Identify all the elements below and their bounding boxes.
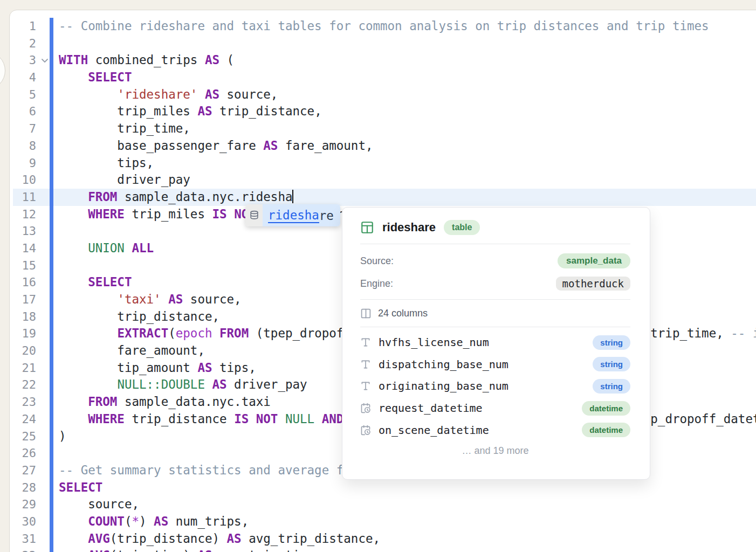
fold-gutter	[40, 411, 50, 428]
fold-gutter	[40, 155, 50, 172]
table-type-badge: table	[444, 220, 480, 235]
fold-chevron-down-icon[interactable]	[40, 52, 50, 69]
code-text: trip_distance,	[53, 308, 219, 326]
gutter-indicator-bar	[50, 223, 53, 240]
fold-gutter	[40, 206, 50, 223]
line-number: 24	[10, 411, 40, 428]
line-number: 7	[10, 120, 40, 137]
code-line[interactable]: 8 base_passenger_fare AS fare_amount,	[10, 137, 756, 155]
code-line[interactable]: 5 'rideshare' AS source,	[10, 86, 756, 104]
code-line[interactable]: 11 FROM sample_data.nyc.ridesha	[10, 189, 756, 206]
column-type-badge: string	[593, 379, 630, 394]
line-number: 25	[10, 428, 40, 445]
code-text: fare_amount,	[53, 342, 205, 360]
gutter-indicator-bar	[50, 120, 53, 137]
code-line[interactable]: 30 COUNT(*) AS num_trips,	[10, 513, 756, 530]
line-number: 1	[10, 18, 40, 35]
gutter-indicator-bar	[50, 291, 53, 308]
floating-handle[interactable]	[0, 51, 5, 90]
line-number: 2	[10, 35, 40, 52]
fold-gutter	[40, 325, 50, 342]
code-text: SELECT	[53, 69, 132, 86]
code-text	[53, 445, 59, 462]
autocomplete-item-rideshare[interactable]: rideshare	[263, 204, 340, 226]
fold-gutter	[40, 496, 50, 513]
text-type-icon	[360, 337, 371, 348]
code-text: tip_amount AS tips,	[53, 360, 256, 377]
table-icon	[360, 220, 374, 234]
fold-gutter	[40, 189, 50, 206]
code-line[interactable]: 29 source,	[10, 496, 756, 513]
code-text: FROM sample_data.nyc.ridesha	[53, 189, 293, 206]
fold-gutter	[40, 171, 50, 189]
line-number: 30	[10, 513, 40, 530]
text-cursor	[292, 190, 293, 203]
autocomplete-rest-text: re	[319, 209, 334, 223]
code-line[interactable]: 28SELECT	[10, 479, 756, 496]
column-name: originating_base_num	[379, 380, 585, 392]
line-number: 8	[10, 137, 40, 155]
fold-gutter	[40, 462, 50, 479]
line-number: 5	[10, 86, 40, 104]
fold-gutter	[40, 18, 50, 35]
fold-gutter	[40, 69, 50, 86]
source-label: Source:	[360, 256, 394, 267]
line-number: 6	[10, 103, 40, 120]
code-text: driver_pay	[53, 171, 190, 189]
gutter-indicator-bar	[50, 257, 53, 274]
line-number: 15	[10, 257, 40, 274]
calendar-clock-icon	[360, 425, 371, 436]
code-line[interactable]: 9 tips,	[10, 155, 756, 172]
gutter-indicator-bar	[50, 18, 53, 35]
column-name: request_datetime	[379, 402, 574, 415]
autocomplete-dropdown[interactable]: rideshare	[245, 204, 340, 226]
gutter-indicator-bar	[50, 52, 53, 69]
code-text: source,	[53, 496, 139, 513]
text-type-icon	[360, 359, 371, 370]
column-type-badge: datetime	[582, 423, 630, 437]
code-line[interactable]: 7 trip_time,	[10, 120, 756, 137]
line-number: 10	[10, 171, 40, 189]
code-line[interactable]: 4 SELECT	[10, 69, 756, 86]
autocomplete-matched-text: ridesha	[268, 208, 319, 223]
code-line[interactable]: 3WITH combined_trips AS (	[10, 52, 756, 69]
line-number: 19	[10, 325, 40, 342]
gutter-indicator-bar	[50, 155, 53, 172]
code-line[interactable]: 32 AVG(trip_time) AS avg_trip_time,	[10, 547, 756, 552]
gutter-indicator-bar	[50, 69, 53, 86]
gutter-indicator-bar	[50, 462, 53, 479]
gutter-indicator-bar	[50, 206, 53, 223]
source-badge: sample_data	[558, 253, 630, 268]
fold-gutter	[40, 445, 50, 462]
code-line[interactable]: 1-- Combine rideshare and taxi tables fo…	[10, 18, 756, 35]
line-number: 26	[10, 445, 40, 462]
fold-gutter	[40, 547, 50, 552]
gutter-indicator-bar	[50, 240, 53, 257]
more-columns-label: … and 19 more	[360, 445, 630, 457]
code-text: AVG(trip_time) AS avg_trip_time,	[53, 547, 322, 552]
fold-gutter	[40, 274, 50, 291]
gutter-indicator-bar	[50, 445, 53, 462]
code-text: tips,	[53, 155, 154, 172]
engine-badge: motherduck	[556, 277, 630, 291]
gutter-indicator-bar	[50, 103, 53, 120]
code-line[interactable]: 6 trip_miles AS trip_distance,	[10, 103, 756, 120]
fold-gutter	[40, 86, 50, 104]
code-text: trip_miles AS trip_distance,	[53, 103, 322, 120]
fold-gutter	[40, 103, 50, 120]
line-number: 29	[10, 496, 40, 513]
line-number: 16	[10, 274, 40, 291]
column-name: on_scene_datetime	[379, 424, 574, 437]
code-line[interactable]: 10 driver_pay	[10, 171, 756, 189]
fold-gutter	[40, 342, 50, 360]
fold-gutter	[40, 120, 50, 137]
code-line[interactable]: 31 AVG(trip_distance) AS avg_trip_distan…	[10, 530, 756, 548]
fold-gutter	[40, 479, 50, 496]
code-line[interactable]: 2	[10, 35, 756, 52]
column-type-badge: datetime	[582, 401, 630, 416]
fold-gutter	[40, 394, 50, 411]
line-number: 4	[10, 69, 40, 86]
fold-gutter	[40, 240, 50, 257]
gutter-indicator-bar	[50, 86, 53, 104]
gutter-indicator-bar	[50, 360, 53, 377]
